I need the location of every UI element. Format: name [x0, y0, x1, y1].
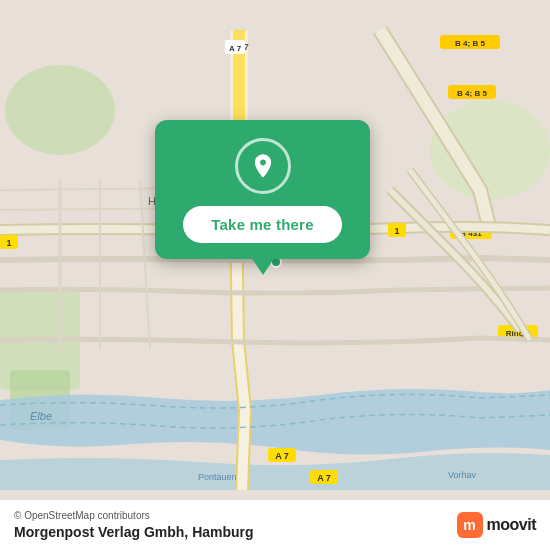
moovit-logo-icon: m [457, 512, 483, 538]
moovit-logo: m moovit [457, 512, 536, 538]
svg-point-1 [5, 65, 115, 155]
bottom-bar: © OpenStreetMap contributors Morgenpost … [0, 499, 550, 550]
svg-text:A 7: A 7 [317, 473, 331, 483]
svg-text:A 7: A 7 [275, 451, 289, 461]
svg-text:Pontauen: Pontauen [198, 472, 237, 482]
location-name: Morgenpost Verlag Gmbh, Hamburg [14, 524, 254, 540]
location-pin-icon [249, 152, 277, 180]
moovit-logo-text: moovit [487, 516, 536, 534]
location-icon-circle [235, 138, 291, 194]
svg-text:B 4; B 5: B 4; B 5 [457, 89, 487, 98]
svg-text:Vorhav: Vorhav [448, 470, 477, 480]
svg-text:Elbe: Elbe [30, 410, 52, 422]
svg-text:A 7: A 7 [229, 44, 242, 53]
take-me-there-button[interactable]: Take me there [183, 206, 341, 243]
svg-text:B 4; B 5: B 4; B 5 [455, 39, 485, 48]
location-popup: Take me there [155, 120, 370, 259]
osm-attribution: © OpenStreetMap contributors [14, 510, 254, 521]
svg-text:1: 1 [6, 238, 11, 248]
bottom-info: © OpenStreetMap contributors Morgenpost … [14, 510, 254, 540]
map-container: Elbe A 7 A 7 B 4; B 5 A 7 A 7 B 431 Ring… [0, 0, 550, 550]
map-background: Elbe A 7 A 7 B 4; B 5 A 7 A 7 B 431 Ring… [0, 0, 550, 550]
svg-text:1: 1 [394, 226, 399, 236]
